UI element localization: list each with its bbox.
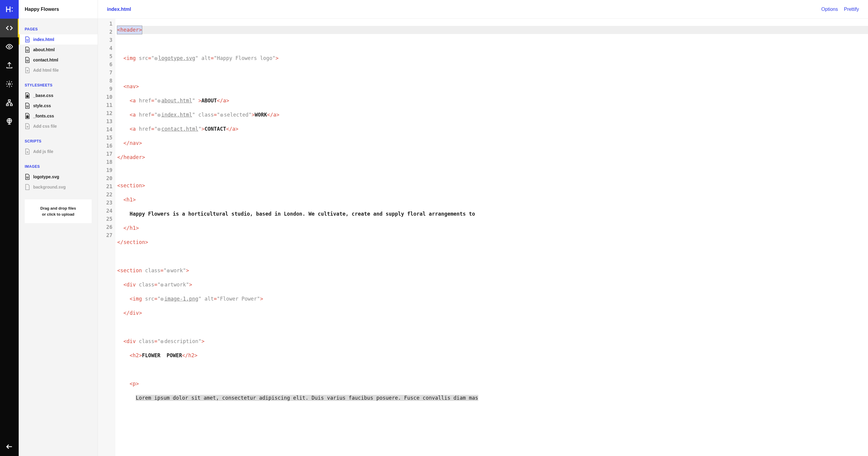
rail-sitemap-icon[interactable] xyxy=(0,93,19,112)
add-file-icon xyxy=(25,123,30,129)
file-item-base-css[interactable]: _base.css xyxy=(19,90,98,101)
css-lock-file-icon xyxy=(25,93,30,98)
add-label: Add html file xyxy=(33,68,59,73)
svg-point-18 xyxy=(27,177,27,177)
file-item-index[interactable]: index.html xyxy=(19,34,98,44)
svg-rect-14 xyxy=(27,96,28,97)
image-file-icon xyxy=(25,174,30,180)
dropzone-line2: or click to upload xyxy=(28,211,88,218)
svg-point-10 xyxy=(27,50,27,50)
svg-point-8 xyxy=(27,39,27,40)
editor-header: index.html Options Prettify xyxy=(98,0,868,19)
sidebar-body[interactable]: PAGES index.html about.html contact.html… xyxy=(19,19,98,456)
file-label: index.html xyxy=(33,37,54,42)
add-css-file[interactable]: Add css file xyxy=(19,121,98,131)
html-file-icon xyxy=(25,57,30,63)
file-item-style-css[interactable]: style.css xyxy=(19,101,98,111)
prettify-link[interactable]: Prettify xyxy=(844,7,859,12)
rail-code-icon[interactable] xyxy=(0,19,19,37)
svg-point-3 xyxy=(8,83,10,85)
project-name: Happy Flowers xyxy=(19,0,98,19)
add-label: Add css file xyxy=(33,124,57,129)
svg-point-12 xyxy=(27,60,27,61)
code-editor[interactable]: 1 2 3 4 5 6 7 8 9 10 11 12 13 14 15 16 1… xyxy=(98,19,868,456)
options-link[interactable]: Options xyxy=(821,7,838,12)
dropzone-line1: Drag and drop files xyxy=(28,205,88,211)
svg-point-16 xyxy=(28,106,28,106)
section-stylesheets-title: STYLESHEETS xyxy=(19,82,98,90)
file-label: background.svg xyxy=(33,185,66,190)
file-label: logotype.svg xyxy=(33,174,59,179)
file-item-logotype[interactable]: logotype.svg xyxy=(19,172,98,182)
rail-back-icon[interactable] xyxy=(0,437,19,456)
svg-point-2 xyxy=(8,46,10,48)
line-gutter: 1 2 3 4 5 6 7 8 9 10 11 12 13 14 15 16 1… xyxy=(98,19,116,456)
main: index.html Options Prettify 1 2 3 4 5 6 … xyxy=(98,0,868,456)
dropzone[interactable]: Drag and drop files or click to upload xyxy=(25,199,92,223)
file-item-about[interactable]: about.html xyxy=(19,44,98,55)
html-file-icon xyxy=(25,47,30,53)
file-item-fonts-css[interactable]: _fonts.css xyxy=(19,111,98,121)
svg-rect-17 xyxy=(27,116,28,118)
svg-rect-6 xyxy=(10,104,12,105)
svg-point-0 xyxy=(12,10,13,12)
file-item-background[interactable]: background.svg xyxy=(19,182,98,192)
image-file-icon xyxy=(25,184,30,190)
rail-upload-icon[interactable] xyxy=(0,56,19,75)
add-label: Add js file xyxy=(33,149,53,154)
svg-point-15 xyxy=(27,106,27,106)
section-scripts-title: SCRIPTS xyxy=(19,138,98,146)
section-images-title: IMAGES xyxy=(19,163,98,172)
file-item-contact[interactable]: contact.html xyxy=(19,55,98,65)
css-lock-file-icon xyxy=(25,113,30,119)
html-file-icon xyxy=(25,36,30,42)
svg-rect-4 xyxy=(8,100,10,101)
svg-point-1 xyxy=(12,7,13,8)
svg-point-19 xyxy=(28,177,28,177)
current-file-title: index.html xyxy=(107,7,131,12)
add-js-file[interactable]: Add js file xyxy=(19,146,98,157)
add-file-icon xyxy=(25,67,30,73)
app-logo[interactable] xyxy=(0,0,19,19)
rail-gear-icon[interactable] xyxy=(0,75,19,93)
svg-rect-5 xyxy=(6,104,8,105)
file-label: about.html xyxy=(33,47,55,52)
svg-point-13 xyxy=(28,60,28,61)
add-html-file[interactable]: Add html file xyxy=(19,65,98,75)
svg-point-9 xyxy=(28,39,28,40)
file-label: _base.css xyxy=(33,93,53,98)
file-label: contact.html xyxy=(33,58,58,62)
section-pages-title: PAGES xyxy=(19,26,98,34)
svg-point-11 xyxy=(28,50,28,50)
file-label: _fonts.css xyxy=(33,113,54,118)
code-body[interactable]: <header> <img src="logotype.svg" alt="Ha… xyxy=(116,19,868,456)
sidebar: Happy Flowers PAGES index.html about.htm… xyxy=(19,0,98,456)
app-rail xyxy=(0,0,19,456)
file-label: style.css xyxy=(33,103,51,108)
rail-globe-icon[interactable] xyxy=(0,112,19,131)
add-file-icon xyxy=(25,149,30,155)
css-file-icon xyxy=(25,103,30,109)
rail-eye-icon[interactable] xyxy=(0,37,19,56)
